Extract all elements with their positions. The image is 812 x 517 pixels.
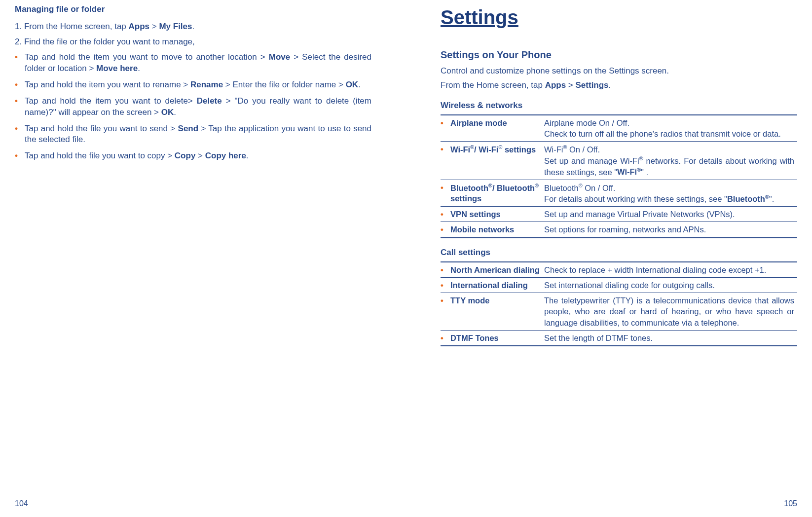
page-number-right: 105 [784, 498, 797, 509]
table-row: •Wi-Fi®/ Wi-Fi® settings Wi-Fi® On / Off… [441, 142, 797, 180]
b2-post: . [174, 108, 176, 117]
page-right: Settings Settings on Your Phone Control … [406, 0, 812, 517]
list-item: • Tap and hold the file you want to copy… [15, 150, 371, 162]
table-row: •TTY mode The teletypewriter (TTY) is a … [441, 293, 797, 331]
p2-post: . [609, 80, 611, 90]
section-heading: Settings on Your Phone [441, 48, 797, 62]
list-item: • Tap and hold the file you want to send… [15, 123, 371, 146]
table-row: •Mobile networks Set options for roaming… [441, 222, 797, 238]
b0-post: . [138, 64, 140, 73]
bullet-icon: • [15, 96, 25, 118]
b0-b1: Move [269, 52, 290, 62]
table-row: •International dialing Set international… [441, 277, 797, 293]
bullet-icon: • [441, 144, 450, 155]
b0-b2: Move here [96, 64, 138, 73]
b4-pre: Tap and hold the file you want to copy > [25, 151, 175, 160]
cell-desc: The teletypewriter (TTY) is a telecommun… [544, 293, 797, 331]
cell-desc: Bluetooth® On / Off.For details about wo… [544, 180, 797, 207]
cell-label: Mobile networks [450, 224, 514, 235]
bullet-icon: • [441, 332, 450, 343]
step1-apps: Apps [129, 22, 150, 31]
list-item: • Tap and hold the item you want to rena… [15, 79, 371, 91]
b1-b2: OK [346, 80, 359, 89]
page-title: Settings [441, 4, 797, 31]
subheading-wireless: Wireless & networks [441, 100, 797, 111]
table-row: •DTMF Tones Set the length of DTMF tones… [441, 330, 797, 346]
step1-mid: > [149, 22, 159, 31]
b2-b2: OK [161, 108, 174, 117]
cell-desc: Set the length of DTMF tones. [544, 330, 797, 346]
page-number-left: 104 [15, 498, 28, 509]
step1-myfiles: My Files [159, 22, 192, 31]
bullet-icon: • [441, 182, 450, 204]
b1-pre: Tap and hold the item you want to rename… [25, 80, 190, 89]
list-item: • Tap and hold the item you want to dele… [15, 96, 371, 118]
b4-b2: Copy here [205, 151, 246, 160]
cell-desc: Check to replace + width International d… [544, 262, 797, 278]
cell-desc: Wi-Fi® On / Off.Set up and manage Wi-Fi®… [544, 142, 797, 180]
cell-label: Bluetooth®/ Bluetooth® settings [450, 182, 541, 204]
b1-b1: Rename [190, 80, 223, 89]
table-row: •VPN settings Set up and manage Virtual … [441, 207, 797, 222]
bullet-icon: • [15, 150, 25, 162]
cell-desc: Airplane mode On / Off.Check to turn off… [544, 115, 797, 142]
bullet-icon: • [441, 264, 450, 275]
bullet-icon: • [441, 117, 450, 128]
step-2: 2. Find the file or the folder you want … [15, 37, 371, 48]
bullet-icon: • [15, 52, 25, 74]
table-row: •Airplane mode Airplane mode On / Off.Ch… [441, 115, 797, 142]
p2-settings: Settings [576, 80, 609, 90]
b2-b1: Delete [197, 96, 222, 106]
cell-label: DTMF Tones [450, 332, 499, 343]
cell-label: Airplane mode [450, 117, 507, 128]
b4-mid: > [195, 151, 205, 160]
heading-managing: Managing file or folder [15, 4, 371, 15]
step-1: 1. From the Home screen, tap Apps > My F… [15, 21, 371, 33]
paragraph: From the Home screen, tap Apps > Setting… [441, 80, 797, 91]
b3-b1: Send [178, 124, 199, 133]
wireless-table: •Airplane mode Airplane mode On / Off.Ch… [441, 114, 797, 238]
b0-pre: Tap and hold the item you want to move t… [25, 52, 269, 62]
bullet-text: Tap and hold the file you want to copy >… [25, 150, 371, 162]
bullet-icon: • [441, 224, 450, 235]
cell-label: Wi-Fi®/ Wi-Fi® settings [450, 144, 536, 155]
cell-label: North American dialing [450, 264, 540, 275]
bullet-text: Tap and hold the item you want to rename… [25, 79, 371, 91]
p2-mid: > [566, 80, 575, 90]
paragraph: Control and customize phone settings on … [441, 66, 797, 77]
table-row: •North American dialing Check to replace… [441, 262, 797, 278]
cell-label: International dialing [450, 280, 528, 291]
bullet-icon: • [441, 295, 450, 306]
list-item: • Tap and hold the item you want to move… [15, 52, 371, 74]
cell-desc: Set options for roaming, networks and AP… [544, 222, 797, 238]
step1-pre: 1. From the Home screen, tap [15, 22, 129, 31]
cell-label: TTY mode [450, 295, 489, 306]
bullet-list: • Tap and hold the item you want to move… [15, 52, 371, 162]
bullet-text: Tap and hold the item you want to move t… [25, 52, 371, 74]
cell-desc: Set international dialing code for outgo… [544, 277, 797, 293]
b1-post: . [358, 80, 361, 89]
call-table: •North American dialing Check to replace… [441, 261, 797, 347]
b4-post: . [246, 151, 249, 160]
bullet-text: Tap and hold the item you want to delete… [25, 96, 371, 118]
b1-mid: > Enter the file or folder name > [223, 80, 346, 89]
b4-b1: Copy [175, 151, 196, 160]
p2-apps: Apps [545, 80, 566, 90]
subheading-call: Call settings [441, 247, 797, 258]
bullet-icon: • [441, 209, 450, 220]
cell-desc: Set up and manage Virtual Private Networ… [544, 207, 797, 222]
p2-pre: From the Home screen, tap [441, 80, 545, 90]
step1-post: . [192, 22, 195, 31]
bullet-text: Tap and hold the file you want to send >… [25, 123, 371, 146]
bullet-icon: • [15, 123, 25, 146]
b3-pre: Tap and hold the file you want to send > [25, 124, 178, 133]
b2-pre: Tap and hold the item you want to delete… [25, 96, 197, 106]
page-left: Managing file or folder 1. From the Home… [0, 0, 406, 517]
table-row: •Bluetooth®/ Bluetooth® settings Bluetoo… [441, 180, 797, 207]
bullet-icon: • [15, 79, 25, 91]
bullet-icon: • [441, 280, 450, 291]
cell-label: VPN settings [450, 209, 501, 220]
